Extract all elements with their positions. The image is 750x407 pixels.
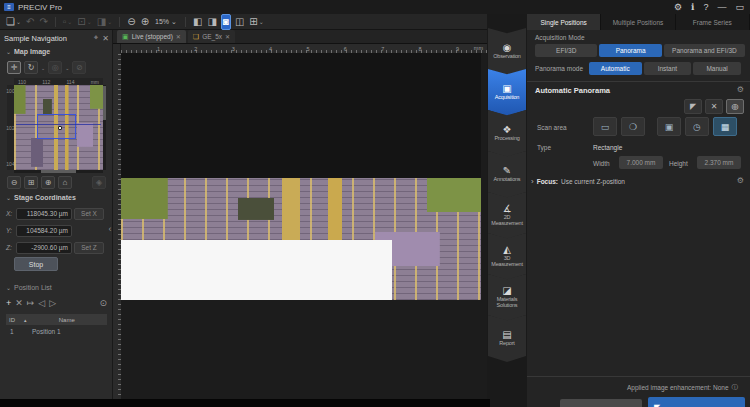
position-list-row[interactable]: 1 Position 1 xyxy=(6,326,107,336)
zoom-level-select[interactable]: 15%⌄ xyxy=(153,18,179,26)
set-x-button[interactable]: Set X xyxy=(74,208,104,220)
map-clear-button[interactable]: ⊘ xyxy=(72,61,86,74)
chevron-down-icon[interactable]: ⌄ xyxy=(41,65,45,71)
ribbon-item-3d-measurement[interactable]: ◭ 3D Measurement xyxy=(488,233,526,280)
y-value-field[interactable]: 104584.20 µm xyxy=(16,225,72,237)
delete-position-button[interactable]: ✕ xyxy=(15,298,23,308)
select-cursor-button[interactable]: ◤ xyxy=(684,99,702,114)
view-single-button[interactable]: ◧ xyxy=(192,15,203,29)
tab-single-positions[interactable]: Single Positions xyxy=(527,14,601,30)
secondary-footer-button[interactable] xyxy=(560,399,642,407)
document-tabbar: ▣ Live (stopped) ✕ ❏ GE_5x ✕ xyxy=(113,30,487,44)
map-zoom-in-button[interactable]: ⊕ xyxy=(41,176,55,189)
maximize-icon[interactable]: ▭ xyxy=(735,2,744,12)
scan-grid-button[interactable]: ▦ xyxy=(713,117,737,136)
map-home-button[interactable]: ⌂ xyxy=(58,176,72,189)
focus-settings-gear-icon[interactable]: ⚙ xyxy=(737,176,744,185)
ribbon-item-report[interactable]: ▤ Report xyxy=(488,315,526,362)
position-list-section-header[interactable]: ⌄ Position List xyxy=(6,284,52,291)
add-position-button[interactable]: + xyxy=(6,298,11,308)
zoom-in-button[interactable]: ⊕ xyxy=(140,15,150,29)
map-fit-button[interactable]: ⊞ xyxy=(24,176,38,189)
width-value-field[interactable]: 7.000 mm xyxy=(619,156,663,169)
settings-gear-icon[interactable]: ⚙ xyxy=(674,2,682,12)
efi-3d-mode-button[interactable]: EFI/3D xyxy=(535,44,597,57)
titlebar: ≡ PRECiV Pro ⚙ ℹ ? — ▭ xyxy=(0,0,750,14)
zoom-out-button[interactable]: ⊖ xyxy=(126,15,136,29)
scan-rectangle-button[interactable]: ▭ xyxy=(593,117,617,136)
map-vertical-scrollbar[interactable] xyxy=(103,85,106,170)
scan-timer-button[interactable]: ◷ xyxy=(685,117,709,136)
tab-live[interactable]: ▣ Live (stopped) ✕ xyxy=(117,30,186,43)
minimize-icon[interactable]: — xyxy=(717,2,726,12)
pin-icon[interactable]: ⌖ xyxy=(94,33,99,43)
ribbon-item-processing[interactable]: ❖ Processing xyxy=(488,110,526,157)
map-image-viewport[interactable]: 110 112 114 mm 100 102 104 xyxy=(7,78,106,173)
map-chip-image[interactable] xyxy=(14,85,103,170)
refresh-map-button[interactable]: ↻ xyxy=(24,61,38,74)
view-split-button[interactable]: ◫ xyxy=(234,15,245,29)
name-column-header[interactable]: Name xyxy=(27,317,107,323)
ribbon-item-acquisition[interactable]: ▣ Acquisition xyxy=(488,69,526,116)
height-value-field[interactable]: 2.370 mm xyxy=(697,156,741,169)
scan-action-buttons: ◤ ✕ ◎ xyxy=(684,99,744,114)
panorama-mode-button[interactable]: Panorama xyxy=(599,44,661,57)
ruler-tick-label: 1 xyxy=(157,46,160,52)
view-layout-button[interactable]: ⊞⌄ xyxy=(248,15,264,29)
redo-button[interactable]: ↷ xyxy=(38,15,48,29)
pan-tool-button[interactable]: ✛ xyxy=(7,61,21,74)
id-column-header[interactable]: ID xyxy=(6,317,24,323)
help-icon[interactable]: ? xyxy=(703,2,708,12)
new-image-button[interactable]: ▫⌄ xyxy=(62,15,74,29)
stop-button[interactable]: Stop xyxy=(14,257,58,271)
manual-button[interactable]: Manual xyxy=(693,62,741,75)
scan-polygon-button[interactable]: ❍ xyxy=(621,117,645,136)
chevron-down-icon[interactable]: ⌄ xyxy=(65,65,69,71)
view-live-button[interactable]: ◙ xyxy=(221,14,231,30)
layers-button[interactable]: ⊡⌄ xyxy=(76,15,92,29)
unscanned-region[interactable] xyxy=(121,53,481,178)
tab-multiple-positions[interactable]: Multiple Positions xyxy=(601,14,675,30)
undo-button[interactable]: ↶ xyxy=(25,15,35,29)
map-locate-button[interactable]: ◈ xyxy=(92,176,106,189)
ribbon-item-annotations[interactable]: ✎ Annotations xyxy=(488,151,526,198)
panel-title: Sample Navigation xyxy=(4,34,67,43)
find-position-button[interactable]: ⊙ xyxy=(99,298,107,308)
close-icon[interactable]: ✕ xyxy=(176,33,181,40)
set-z-button[interactable]: Set Z xyxy=(74,242,104,254)
next-position-button[interactable]: ▷ xyxy=(49,298,56,308)
close-icon[interactable]: ✕ xyxy=(225,33,230,40)
zoom-level-value: 15% xyxy=(155,18,169,25)
delete-scan-area-button[interactable]: ✕ xyxy=(705,99,723,114)
goto-position-button[interactable]: ↦ xyxy=(27,298,35,308)
x-value-field[interactable]: 118045.30 µm xyxy=(16,208,72,220)
panorama-efi-3d-mode-button[interactable]: Panorama and EFI/3D xyxy=(664,44,745,57)
instant-button[interactable]: Instant xyxy=(644,62,692,75)
info-icon[interactable]: ℹ xyxy=(691,2,694,12)
ribbon-item-2d-measurement[interactable]: ∡ 2D Measurement xyxy=(488,192,526,239)
focus-expander-row[interactable]: › Focus: Use current Z-position xyxy=(531,177,625,186)
close-icon[interactable]: ✕ xyxy=(102,34,109,43)
acquisition-settings-panel: Single Positions Multiple Positions Fram… xyxy=(527,14,750,407)
previous-position-button[interactable]: ◁ xyxy=(38,298,45,308)
map-overlay-button[interactable]: ◎ xyxy=(48,61,62,74)
ribbon-item-materials-solutions[interactable]: ◪ Materials Solutions xyxy=(488,274,526,321)
z-value-field[interactable]: -2900.60 µm xyxy=(16,242,72,254)
start-scan-button[interactable]: ◤ xyxy=(648,397,745,407)
stamp-button[interactable]: ◨⌄ xyxy=(96,15,113,29)
scan-reference-button[interactable]: ▣ xyxy=(657,117,681,136)
stage-coordinates-section-header[interactable]: ⌄ Stage Coordinates xyxy=(6,194,76,201)
map-image-section-header[interactable]: ⌄ Map Image xyxy=(6,48,50,55)
panorama-settings-gear-icon[interactable]: ⚙ xyxy=(737,85,744,94)
magnifier-tool-button[interactable]: ◎ xyxy=(726,99,744,114)
open-file-button[interactable]: ❏⌄ xyxy=(5,15,22,29)
view-compare-button[interactable]: ◨ xyxy=(206,15,217,29)
tab-frame-series[interactable]: Frame Series xyxy=(676,14,750,30)
map-zoom-out-button[interactable]: ⊖ xyxy=(7,176,21,189)
tab-image[interactable]: ❏ GE_5x ✕ xyxy=(188,30,235,43)
info-circle-icon[interactable]: ⓘ xyxy=(732,383,739,392)
ribbon-item-observation[interactable]: ◉ Observation xyxy=(488,28,526,75)
ruler-tick-label: 6 xyxy=(344,46,347,52)
map-horizontal-scrollbar[interactable] xyxy=(14,170,103,173)
automatic-button[interactable]: Automatic xyxy=(589,62,642,75)
